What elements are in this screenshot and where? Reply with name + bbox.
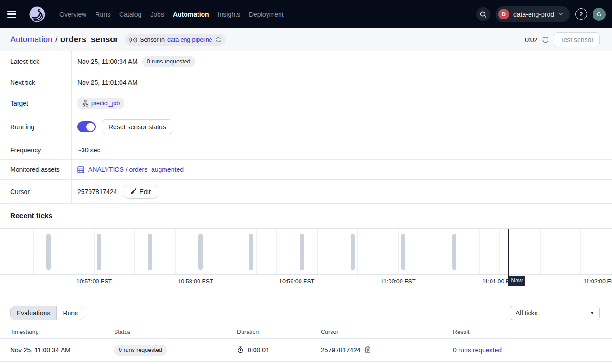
help-button[interactable]: ? [575,8,587,20]
tick-bar[interactable] [300,234,304,270]
recent-ticks-section: Recent ticks 10:57:00 EST10:58:00 EST10:… [0,204,612,300]
monitored-asset-link[interactable]: ANALYTICS / orders_augmented [77,166,184,173]
latest-tick-status-badge: 0 runs requested [142,56,195,67]
now-tooltip: Now [509,276,525,286]
job-icon [82,100,89,107]
sensor-icon [129,37,137,43]
tick-bar[interactable] [249,234,253,270]
tick-bar[interactable] [401,234,405,270]
next-tick-value: Nov 25, 11:01:04 AM [77,79,138,86]
workspace-switcher[interactable]: D data-eng-prod [496,6,570,22]
grid-line [378,229,378,274]
target-job-name: predict_job [91,100,120,107]
search-icon [479,11,487,18]
next-tick-row: Next tick Nov 25, 11:01:04 AM [0,72,612,93]
grid-line [338,229,338,274]
grid-line [115,229,115,274]
frequency-row: Frequency ~30 sec [0,140,612,160]
axis-label: 11:02:00 EST [583,278,612,285]
copy-cursor-icon[interactable] [364,346,371,353]
grid-line [297,229,297,274]
grid-line [155,229,155,274]
next-tick-label: Next tick [0,72,72,93]
nav-item-automation[interactable]: Automation [173,11,209,18]
grid-line [54,229,54,274]
help-icon: ? [580,11,583,18]
tick-filter-select[interactable]: All ticks [510,306,600,320]
monitored-asset-name: ANALYTICS / orders_augmented [88,166,184,173]
frequency-value: ~30 sec [77,146,100,154]
grid-line [439,229,439,274]
grid-line [175,229,176,274]
tick-bar[interactable] [46,234,51,270]
grid-line [357,229,358,274]
running-label: Running [0,113,72,140]
grid-line [33,229,34,274]
latest-tick-row: Latest tick Nov 25, 11:00:34 AM 0 runs r… [0,51,612,72]
grid-line [561,229,561,274]
search-button[interactable] [476,7,490,21]
target-label: Target [0,93,72,113]
chevron-down-icon [558,13,563,16]
row-duration: 0:00:01 [248,346,269,354]
grid-line [276,229,277,274]
running-row: Running Reset sensor status [0,113,612,140]
nav-item-catalog[interactable]: Catalog [119,11,141,18]
breadcrumb: Automation/orders_sensor [10,35,118,44]
breadcrumb-separator: / [52,35,60,44]
tick-bar[interactable] [452,234,456,270]
stopwatch-icon [237,346,244,353]
row-result-link[interactable]: 0 runs requested [453,346,502,354]
test-sensor-button[interactable]: Test sensor [554,32,600,47]
table-row: Nov 25, 11:00:34 AM 0 runs requested 0:0… [0,339,612,362]
grid-line [134,229,135,274]
axis-label: 11:00:00 EST [381,278,416,285]
reload-location-icon[interactable] [215,37,221,43]
ticks-axis: 10:57:00 EST10:58:00 EST10:59:00 EST11:0… [0,275,612,300]
workspace-badge: D [498,9,509,19]
tick-bar[interactable] [97,234,101,270]
edit-cursor-button[interactable]: Edit [124,185,157,199]
grid-line [196,229,196,274]
toggle-knob [86,123,95,131]
workspace-name: data-eng-prod [513,11,554,18]
grid-line [94,229,95,274]
dagster-logo[interactable] [29,6,45,23]
cursor-row: Cursor 25797817424 Edit [0,180,612,204]
code-location-link[interactable]: data-eng-pipeline [167,37,212,43]
latest-tick-label: Latest tick [0,51,72,72]
grid-line [520,229,520,274]
nav-item-jobs[interactable]: Jobs [150,11,164,18]
grid-line [317,229,318,274]
nav-item-insights[interactable]: Insights [218,11,240,18]
evaluations-table: Timestamp Status Duration Cursor Result … [0,326,612,362]
tick-bar[interactable] [148,234,152,270]
primary-nav: Overview Runs Catalog Jobs Automation In… [59,11,284,18]
refresh-icon[interactable] [542,36,549,43]
pencil-icon [130,188,136,195]
nav-item-runs[interactable]: Runs [95,11,110,18]
tab-runs[interactable]: Runs [57,306,84,320]
sensor-badge-prefix: Sensor in [140,37,165,43]
menu-icon[interactable] [7,7,21,21]
breadcrumb-automation-link[interactable]: Automation [10,35,52,44]
grid-line [398,229,399,274]
tick-bar[interactable] [351,234,355,270]
sensor-location-badge: Sensor in data-eng-pipeline [125,34,225,46]
user-avatar[interactable]: G [593,8,606,21]
row-timestamp[interactable]: Nov 25, 11:00:34 AM [10,346,70,354]
row-status-badge: 0 runs requested [114,345,167,356]
target-job-chip[interactable]: predict_job [77,98,124,109]
running-toggle[interactable] [77,121,96,132]
reset-sensor-status-button[interactable]: Reset sensor status [102,119,172,134]
nav-item-deployment[interactable]: Deployment [249,11,284,18]
top-nav: Overview Runs Catalog Jobs Automation In… [0,0,612,28]
nav-item-overview[interactable]: Overview [59,11,86,18]
tick-bar[interactable] [198,234,203,270]
grid-line [580,229,581,274]
tab-evaluations[interactable]: Evaluations [11,306,57,320]
col-result: Result [447,326,612,338]
asset-table-icon [77,166,84,173]
edit-cursor-label: Edit [140,188,151,195]
grid-line [479,229,480,274]
